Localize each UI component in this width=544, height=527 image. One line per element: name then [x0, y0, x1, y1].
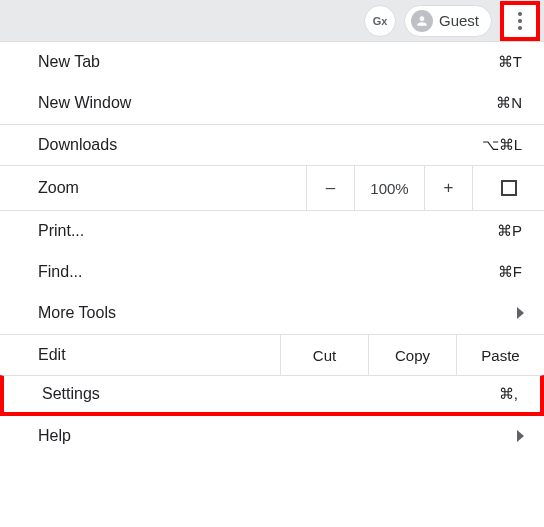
profile-label: Guest	[439, 12, 479, 29]
zoom-out-button[interactable]: –	[306, 166, 354, 210]
chevron-right-icon	[517, 430, 524, 442]
browser-toolbar: Gx Guest	[0, 0, 544, 42]
menu-label: Downloads	[38, 136, 482, 154]
translate-button[interactable]: Gx	[364, 5, 396, 37]
paste-button[interactable]: Paste	[456, 335, 544, 375]
shortcut: ⌘F	[498, 263, 522, 281]
avatar-icon	[411, 10, 433, 32]
fullscreen-button[interactable]	[472, 166, 544, 210]
menu-label: Settings	[42, 385, 499, 403]
menu-item-settings[interactable]: Settings ⌘,	[0, 375, 544, 416]
menu-item-zoom: Zoom – 100% +	[0, 165, 544, 211]
shortcut: ⌘P	[497, 222, 522, 240]
menu-label: Print...	[38, 222, 497, 240]
menu-item-more-tools[interactable]: More Tools	[0, 293, 544, 334]
menu-item-print[interactable]: Print... ⌘P	[0, 211, 544, 252]
browser-menu: New Tab ⌘T New Window ⌘N Downloads ⌥⌘L Z…	[0, 42, 544, 457]
zoom-value: 100%	[354, 166, 424, 210]
chevron-right-icon	[517, 307, 524, 319]
fullscreen-icon	[501, 180, 517, 196]
menu-label: New Tab	[38, 53, 498, 71]
cut-button[interactable]: Cut	[280, 335, 368, 375]
copy-button[interactable]: Copy	[368, 335, 456, 375]
menu-label: New Window	[38, 94, 496, 112]
menu-item-edit: Edit Cut Copy Paste	[0, 334, 544, 375]
menu-label: Help	[38, 427, 517, 445]
shortcut: ⌥⌘L	[482, 136, 522, 154]
menu-label: More Tools	[38, 304, 517, 322]
shortcut: ⌘,	[499, 385, 518, 403]
shortcut: ⌘T	[498, 53, 522, 71]
menu-button-highlight	[500, 1, 540, 41]
menu-label: Find...	[38, 263, 498, 281]
menu-item-new-tab[interactable]: New Tab ⌘T	[0, 42, 544, 83]
menu-item-new-window[interactable]: New Window ⌘N	[0, 83, 544, 124]
kebab-menu-button[interactable]	[506, 7, 534, 35]
menu-item-find[interactable]: Find... ⌘F	[0, 252, 544, 293]
menu-item-downloads[interactable]: Downloads ⌥⌘L	[0, 124, 544, 165]
edit-label: Edit	[0, 335, 280, 375]
shortcut: ⌘N	[496, 94, 522, 112]
menu-item-help[interactable]: Help	[0, 416, 544, 457]
profile-button[interactable]: Guest	[404, 5, 492, 37]
translate-icon: Gx	[373, 15, 388, 27]
zoom-in-button[interactable]: +	[424, 166, 472, 210]
zoom-label: Zoom	[0, 166, 306, 210]
